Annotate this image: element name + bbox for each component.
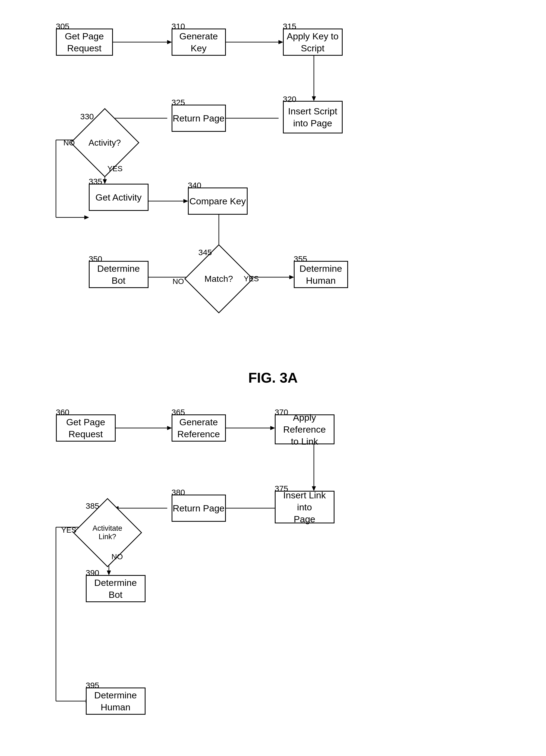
label-365: 365	[172, 408, 185, 417]
node-390: Determine Bot	[86, 575, 146, 602]
yn-330-yes: YES	[108, 164, 123, 173]
svg-marker-17	[184, 199, 188, 203]
node-335: Get Activity	[89, 184, 149, 211]
label-380: 380	[172, 488, 185, 497]
svg-marker-1	[167, 40, 172, 44]
label-375: 375	[275, 484, 288, 493]
label-390: 390	[86, 568, 99, 577]
node-315: Apply Key toScript	[283, 29, 343, 56]
yn-345-no: NO	[173, 277, 184, 286]
label-330: 330	[80, 112, 94, 121]
node-370: Apply Referenceto Link	[275, 414, 334, 444]
label-310: 310	[172, 22, 185, 31]
label-320: 320	[283, 95, 296, 104]
node-375: Insert Link intoPage	[275, 491, 334, 523]
fig3a-label: FIG. 3A	[22, 370, 524, 386]
node-340: Compare Key	[188, 188, 248, 215]
node-355: DetermineHuman	[294, 261, 348, 288]
yn-345-yes: YES	[244, 274, 259, 283]
node-380: Return Page	[172, 495, 226, 522]
svg-marker-5	[312, 96, 316, 101]
node-345: Match?	[195, 254, 243, 303]
label-370: 370	[275, 408, 288, 417]
svg-marker-27	[271, 426, 275, 430]
label-355: 355	[294, 254, 307, 264]
node-305: Get Page Request	[56, 29, 113, 56]
diagram-container: Get Page Request 305 Generate Key 310 Ap…	[0, 0, 546, 756]
label-385: 385	[86, 501, 99, 511]
svg-marker-25	[167, 426, 172, 430]
node-310: Generate Key	[172, 29, 226, 56]
label-345: 345	[199, 248, 212, 257]
svg-marker-13	[84, 215, 89, 219]
label-395: 395	[86, 681, 99, 690]
yn-330-no: NO	[64, 139, 75, 147]
svg-marker-3	[278, 40, 283, 44]
fig3b-diagram: Get PageRequest 360 GenerateReference 36…	[29, 402, 517, 756]
label-360: 360	[56, 408, 70, 417]
label-350: 350	[89, 254, 102, 264]
label-325: 325	[172, 98, 185, 107]
node-360: Get PageRequest	[56, 414, 116, 442]
node-365: GenerateReference	[172, 414, 226, 442]
yn-385-no: NO	[112, 552, 123, 561]
yn-385-yes: YES	[61, 526, 77, 535]
node-350: Determine Bot	[89, 261, 149, 288]
node-325: Return Page	[172, 105, 226, 132]
label-315: 315	[283, 22, 296, 31]
node-385: ActivitateLink?	[83, 508, 132, 557]
svg-marker-39	[107, 571, 111, 575]
fig3a-diagram: Get Page Request 305 Generate Key 310 Ap…	[29, 16, 517, 364]
label-305: 305	[56, 22, 70, 31]
node-330: Activity?	[80, 118, 129, 167]
label-340: 340	[188, 181, 202, 190]
svg-marker-15	[103, 179, 107, 184]
node-320: Insert Scriptinto Page	[283, 101, 343, 133]
node-395: DetermineHuman	[86, 688, 146, 715]
svg-marker-23	[289, 275, 294, 279]
label-335: 335	[89, 177, 102, 186]
